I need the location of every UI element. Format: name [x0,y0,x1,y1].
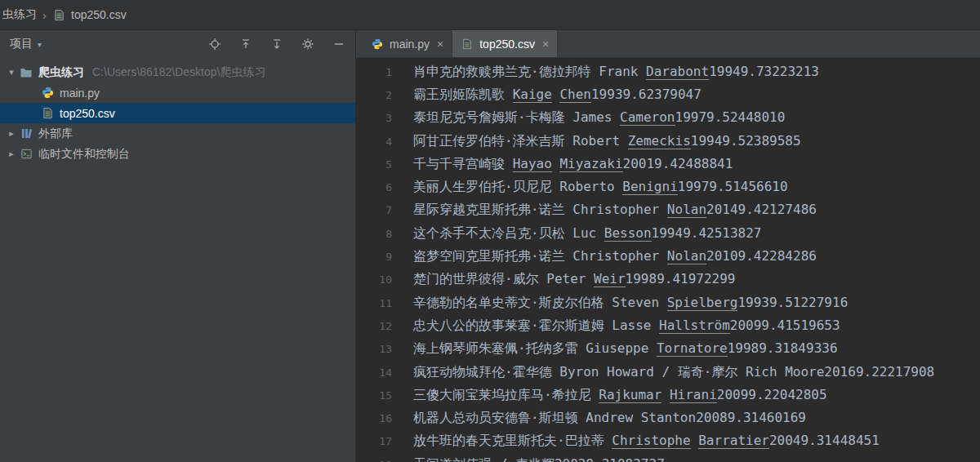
editor-line[interactable]: 1肖申克的救赎弗兰克·德拉邦特 Frank Darabont19949.7322… [356,60,980,83]
typo-underlined-text: Besson [604,225,652,242]
text-segment: 忠犬八公的故事莱塞·霍尔斯道姆 Lasse [413,318,659,333]
line-text[interactable]: 无间道刘伟强 / 麦兆辉20029.31082727 [392,456,665,462]
line-text[interactable]: 美丽人生罗伯托·贝尼尼 Roberto Benigni19979.5145661… [392,179,788,196]
typo-underlined-text: Tornatore [657,340,728,357]
text-segment [662,387,670,402]
editor-line[interactable]: 12忠犬八公的故事莱塞·霍尔斯道姆 Lasse Hallström20099.4… [356,314,980,337]
editor-line[interactable]: 18无间道刘伟强 / 麦兆辉20029.31082727 [356,453,980,462]
chevron-collapsed-icon[interactable]: ▸ [3,149,20,159]
chevron-expanded-icon[interactable]: ▾ [3,67,20,78]
breadcrumb-file[interactable]: top250.csv [71,8,127,21]
text-segment: 霸王别姬陈凯歌 [413,87,513,102]
editor-line[interactable]: 10楚门的世界彼得·威尔 Peter Weir19989.41972299 [356,269,980,291]
text-segment: 辛德勒的名单史蒂文·斯皮尔伯格 Steven [413,295,667,310]
text-segment: 无间道刘伟强 / 麦兆辉20029.31082727 [413,456,665,462]
line-text[interactable]: 放牛班的春天克里斯托夫·巴拉蒂 Christophe Barratier2004… [392,433,880,450]
chevron-down-icon[interactable]: ▾ [38,40,42,49]
line-text[interactable]: 辛德勒的名单史蒂文·斯皮尔伯格 Steven Spielberg19939.51… [392,295,848,312]
file-label: top250.csv [60,107,115,120]
editor-line[interactable]: 13海上钢琴师朱塞佩·托纳多雷 Giuseppe Tornatore19989.… [356,338,980,361]
editor-line[interactable]: 6美丽人生罗伯托·贝尼尼 Roberto Benigni19979.514566… [356,175,980,198]
line-number: 1 [356,66,392,78]
line-text[interactable]: 盗梦空间克里斯托弗·诺兰 Christopher Nolan20109.4228… [392,248,817,265]
typo-underlined-text: Barratier [698,433,769,449]
line-number: 8 [356,228,392,240]
line-text[interactable]: 疯狂动物城拜伦·霍华德 Byron Howard / 瑞奇·摩尔 Rich Mo… [392,364,934,381]
tree-item-label: 临时文件和控制台 [38,147,130,162]
editor-line[interactable]: 9盗梦空间克里斯托弗·诺兰 Christopher Nolan20109.422… [356,245,980,268]
editor-line[interactable]: 17放牛班的春天克里斯托夫·巴拉蒂 Christophe Barratier20… [356,430,980,453]
editor-line[interactable]: 8这个杀手不太冷吕克·贝松 Luc Besson19949.42513827 [356,222,980,245]
tree-item-project-root[interactable]: ▾ 爬虫练习 C:\Users\86182\Desktop\爬虫练习 [0,62,355,82]
text-segment: 三傻大闹宝莱坞拉库马·希拉尼 [413,387,599,402]
text-segment: 20019.42488841 [623,156,733,171]
line-text[interactable]: 这个杀手不太冷吕克·贝松 Luc Besson19949.42513827 [392,225,761,242]
text-segment: 19989.41972299 [626,271,736,287]
text-segment: 19979.51456610 [678,179,788,194]
tree-item-main-py[interactable]: main.py [0,82,355,103]
text-segment: 放牛班的春天克里斯托夫·巴拉蒂 [413,433,612,448]
line-text[interactable]: 千与千寻宫崎骏 Hayao Miyazaki20019.42488841 [392,156,733,173]
tab-top250-csv[interactable]: top250.csv × [452,30,558,57]
line-text[interactable]: 忠犬八公的故事莱塞·霍尔斯道姆 Lasse Hallström20099.415… [392,318,840,335]
line-number: 14 [356,366,392,379]
tree-item-scratches-consoles[interactable]: ▸ 临时文件和控制台 [0,144,355,164]
text-segment: 肖申克的救赎弗兰克·德拉邦特 Frank [413,64,646,79]
line-text[interactable]: 海上钢琴师朱塞佩·托纳多雷 Giuseppe Tornatore19989.31… [392,340,838,358]
text-segment: 阿甘正传罗伯特·泽米吉斯 Robert [413,133,628,149]
editor-line[interactable]: 16机器人总动员安德鲁·斯坦顿 Andrew Stanton20089.3146… [356,406,980,429]
line-text[interactable]: 星际穿越克里斯托弗·诺兰 Christopher Nolan20149.4212… [392,202,817,219]
text-segment: 19979.52448010 [675,109,786,125]
collapse-all-button[interactable] [238,36,254,52]
editor-area: main.py × top250.csv × 1肖申克的救赎弗兰克·德拉邦特 F… [356,30,980,462]
editor[interactable]: 1肖申克的救赎弗兰克·德拉邦特 Frank Darabont19949.7322… [356,58,980,462]
tab-main-py[interactable]: main.py × [363,30,452,57]
line-text[interactable]: 霸王别姬陈凯歌 Kaige Chen19939.62379047 [392,87,702,104]
text-segment: 泰坦尼克号詹姆斯·卡梅隆 James [413,109,620,125]
breadcrumb-separator-icon: › [42,8,47,22]
project-tree: ▾ 爬虫练习 C:\Users\86182\Desktop\爬虫练习 main.… [0,58,355,164]
editor-tab-bar: main.py × top250.csv × [356,30,980,58]
close-tab-icon[interactable]: × [437,38,443,51]
expand-all-button[interactable] [269,36,285,52]
typo-underlined-text: Weir [594,271,626,287]
libraries-icon [20,127,33,140]
editor-line[interactable]: 7星际穿越克里斯托弗·诺兰 Christopher Nolan20149.421… [356,199,980,222]
chevron-collapsed-icon[interactable]: ▸ [3,128,20,139]
tree-item-top250-csv[interactable]: top250.csv [0,103,355,123]
line-text[interactable]: 阿甘正传罗伯特·泽米吉斯 Robert Zemeckis19949.523895… [392,133,801,150]
line-text[interactable]: 肖申克的救赎弗兰克·德拉邦特 Frank Darabont19949.73223… [392,64,819,81]
tree-item-external-libraries[interactable]: ▸ 外部库 [0,123,355,144]
editor-line[interactable]: 5千与千寻宫崎骏 Hayao Miyazaki20019.42488841 [356,153,980,175]
python-file-icon [371,38,384,51]
editor-line[interactable]: 4阿甘正传罗伯特·泽米吉斯 Robert Zemeckis19949.52389… [356,130,980,153]
csv-file-icon [41,107,54,120]
typo-underlined-text: Miyazaki [559,156,622,172]
line-text[interactable]: 机器人总动员安德鲁·斯坦顿 Andrew Stanton20089.314601… [392,410,806,427]
typo-underlined-text: Hirani [670,387,717,403]
line-number: 3 [356,112,392,124]
locate-file-button[interactable] [207,36,223,52]
typo-underlined-text: Christophe [612,433,690,449]
breadcrumb-project[interactable]: 虫练习 [2,7,37,22]
text-segment: 19949.52389585 [691,133,801,149]
python-file-icon [41,87,54,100]
typo-underlined-text: Rajkumar [599,387,662,403]
line-number: 4 [356,135,392,148]
text-segment: 20049.31448451 [769,433,880,448]
line-text[interactable]: 楚门的世界彼得·威尔 Peter Weir19989.41972299 [392,271,735,288]
editor-line[interactable]: 3泰坦尼克号詹姆斯·卡梅隆 James Cameron19979.5244801… [356,107,980,130]
editor-line[interactable]: 2霸王别姬陈凯歌 Kaige Chen19939.62379047 [356,83,980,106]
project-panel-title[interactable]: 项目 [10,37,33,51]
settings-gear-icon[interactable] [300,36,316,52]
line-text[interactable]: 三傻大闹宝莱坞拉库马·希拉尼 Rajkumar Hirani20099.2204… [392,387,827,404]
close-tab-icon[interactable]: × [542,38,549,51]
folder-icon [20,66,33,79]
hide-panel-button[interactable] [331,36,347,52]
text-segment: 19989.31849336 [728,340,838,356]
editor-line[interactable]: 15三傻大闹宝莱坞拉库马·希拉尼 Rajkumar Hirani20099.22… [356,384,980,406]
editor-line[interactable]: 14疯狂动物城拜伦·霍华德 Byron Howard / 瑞奇·摩尔 Rich … [356,361,980,384]
line-text[interactable]: 泰坦尼克号詹姆斯·卡梅隆 James Cameron19979.52448010 [392,109,785,127]
console-icon [20,148,33,161]
editor-line[interactable]: 11辛德勒的名单史蒂文·斯皮尔伯格 Steven Spielberg19939.… [356,291,980,314]
